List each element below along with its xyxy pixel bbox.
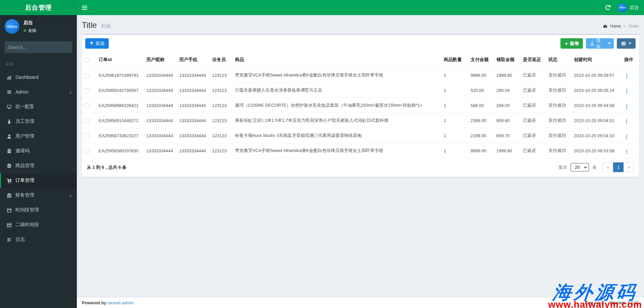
sidebar-item-order-mgmt[interactable]: 订单管理 <box>0 173 77 188</box>
cell-pay-amount: 520.00 <box>468 83 494 98</box>
sidebar-item-invite-code[interactable]: 邀请码 <box>0 144 77 158</box>
version-value: 1.8.11 <box>627 300 639 305</box>
cell-qty: 1 <box>441 68 468 83</box>
row-checkbox[interactable] <box>85 149 89 153</box>
cell-returned: 已返还 <box>520 98 546 113</box>
breadcrumb-home-link[interactable]: Home <box>610 24 621 29</box>
cell-product: 梵克雅宝VCA手链Sweet Alhambra黄K金配白色珍珠贝母手链女士四叶草… <box>232 143 441 158</box>
user-icon <box>6 134 12 139</box>
sidebar-item-label: 二级时间段 <box>15 222 73 228</box>
cell-status: 支付成功 <box>546 128 571 143</box>
cell-receive-amount: 1999.80 <box>494 143 520 158</box>
sidebar-toggle-icon[interactable] <box>82 0 95 15</box>
row-checkbox[interactable] <box>85 103 89 108</box>
page-subtitle: 列表 <box>101 23 111 29</box>
sidebar-item-label: Admin <box>15 89 66 95</box>
column-header: 支付金额 <box>468 52 494 68</box>
database-icon <box>6 163 12 168</box>
cell-nickname: 13333334444 <box>144 113 177 128</box>
powered-by-label: Powered by <box>82 300 106 305</box>
caret-down-icon <box>608 43 611 44</box>
sidebar-item-time-period[interactable]: 时间段管理 <box>0 203 77 217</box>
column-header: 用户手机 <box>177 52 209 68</box>
per-page-select[interactable]: 20 <box>571 163 589 171</box>
app-logo[interactable]: 后台管理 <box>0 0 77 15</box>
sidebar-item-label: Dashboard <box>15 74 73 80</box>
cell-returned: 已返还 <box>520 128 546 143</box>
column-header: 状态 <box>546 52 571 68</box>
row-actions-ellipsis-icon[interactable] <box>624 149 629 155</box>
column-header: 用户昵称 <box>144 52 177 68</box>
sidebar-item-staff-mgmt[interactable]: 员工管理 <box>0 114 77 129</box>
row-checkbox[interactable] <box>85 134 89 138</box>
sidebar-item-product-mgmt[interactable]: 商品管理 <box>0 158 77 173</box>
cell-receive-amount: 294.00 <box>494 98 520 113</box>
sidebar-item-user-mgmt[interactable]: 用户管理 <box>0 129 77 144</box>
row-actions-ellipsis-icon[interactable] <box>624 89 629 94</box>
pagination-prev[interactable]: « <box>603 162 613 172</box>
sidebar-item-dashboard[interactable]: Dashboard <box>0 70 77 85</box>
align-left-icon <box>6 237 12 242</box>
cell-qty: 1 <box>441 113 468 128</box>
cell-created-at: 2023-10-25 09:03:58 <box>571 143 622 158</box>
pagination-next[interactable]: » <box>624 162 634 172</box>
row-actions-ellipsis-icon[interactable] <box>624 73 629 79</box>
column-header: 商品 <box>232 52 441 68</box>
pagination-page-1[interactable]: 1 <box>613 162 624 172</box>
sidebar-item-unified-config[interactable]: 统一配置 <box>0 99 77 114</box>
refresh-icon[interactable] <box>605 5 611 10</box>
add-button[interactable]: + 新增 <box>560 38 583 49</box>
table-row: EA25961971099743 13333334444 13333334444… <box>82 68 639 83</box>
breadcrumb-current: Order <box>629 24 639 29</box>
export-button[interactable]: 导出 <box>586 38 605 49</box>
row-checkbox[interactable] <box>85 88 89 93</box>
sidebar-item-sub-time-period[interactable]: 二级时间段 <box>0 217 77 232</box>
cell-returned: 已返还 <box>520 83 546 98</box>
row-checkbox[interactable] <box>85 73 89 78</box>
cell-order-id: EA25958910448272 <box>96 113 144 128</box>
chevron-left-icon: ‹ <box>69 193 73 198</box>
cell-qty: 1 <box>441 83 468 98</box>
sidebar-item-label: 员工管理 <box>15 118 73 124</box>
cell-pay-amount: 588.00 <box>468 98 494 113</box>
cell-status: 支付成功 <box>546 68 571 83</box>
sidebar-item-logs[interactable]: 日志 <box>0 232 77 247</box>
select-all-checkbox[interactable] <box>85 58 89 62</box>
cell-created-at: 2023-10-25 09:05:24 <box>571 83 622 98</box>
env-value: local <box>595 300 604 305</box>
export-dropdown-toggle[interactable] <box>605 38 614 49</box>
column-header: 订单id <box>96 52 144 68</box>
navbar-user-menu[interactable]: Midea 后台 <box>618 3 639 12</box>
sidebar-search-input[interactable] <box>8 45 69 50</box>
row-actions-ellipsis-icon[interactable] <box>624 119 629 124</box>
cell-created-at: 2023-10-25 09:04:33 <box>571 128 622 143</box>
row-actions-ellipsis-icon[interactable] <box>624 134 629 140</box>
navbar-user-name: 后台 <box>630 5 639 11</box>
sidebar-item-admin[interactable]: Admin ‹ <box>0 85 77 99</box>
sidebar-item-label: 商品管理 <box>15 163 73 169</box>
sidebar-menu: Dashboard Admin ‹ 统一配置 员工管理 用户管理 邀请码 商品管… <box>0 70 77 247</box>
cell-phone: 13333334444 <box>177 128 209 143</box>
table-row: EA25958986326421 13333334444 13333334444… <box>82 98 639 113</box>
table-header-row: 订单id用户昵称用户手机业务员商品商品数量支付金额领取金额是否返还状态创建时间操… <box>82 52 639 68</box>
cell-order-id: EA25958986326421 <box>96 98 144 113</box>
breadcrumb-separator: > <box>624 24 626 29</box>
sidebar-item-label: 邀请码 <box>15 148 73 154</box>
sidebar-item-finance-mgmt[interactable]: 财务管理 ‹ <box>0 188 77 203</box>
main-footer: Powered by laravel-admin Env local Versi… <box>77 297 644 308</box>
cell-qty: 1 <box>441 143 468 158</box>
laravel-admin-link[interactable]: laravel-admin <box>108 300 134 305</box>
per-page-suffix: 条 <box>592 164 597 170</box>
row-actions-ellipsis-icon[interactable] <box>624 104 629 109</box>
navbar-avatar: Midea <box>618 3 627 12</box>
filter-button[interactable]: 筛选 <box>85 38 109 49</box>
column-selector-button[interactable] <box>617 38 636 49</box>
cell-created-at: 2023-10-25 09:09:57 <box>571 68 622 83</box>
table-grid-icon <box>621 41 626 46</box>
orders-table: 订单id用户昵称用户手机业务员商品商品数量支付金额领取金额是否返还状态创建时间操… <box>82 52 639 158</box>
sidebar-avatar: Midea <box>5 19 19 34</box>
cell-pay-amount: 2199.00 <box>468 128 494 143</box>
table-body: EA25961971099743 13333334444 13333334444… <box>82 68 639 158</box>
cell-product: 黛珂（COSME DECORTE）自然护肤水乳化妆品套装（牛油果乳150ml+紫… <box>232 98 441 113</box>
row-checkbox[interactable] <box>85 118 89 123</box>
